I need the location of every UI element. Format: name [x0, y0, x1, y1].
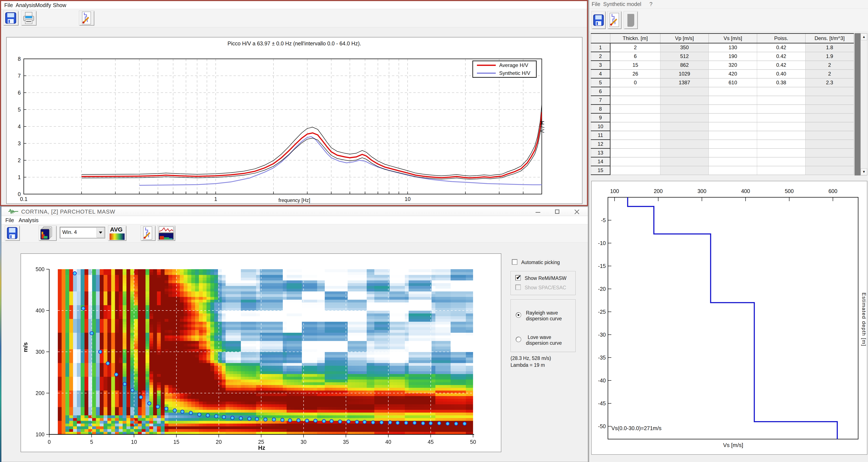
- model-cell[interactable]: [709, 87, 757, 96]
- model-cell[interactable]: 15: [610, 61, 660, 70]
- model-cell[interactable]: [660, 105, 709, 113]
- model-cell[interactable]: [806, 87, 854, 96]
- model-cell[interactable]: 512: [660, 52, 709, 61]
- model-cell[interactable]: [660, 140, 709, 148]
- model-cell[interactable]: [660, 96, 709, 105]
- model-cell[interactable]: [757, 113, 806, 122]
- combo-dropdown-button[interactable]: [97, 228, 104, 237]
- model-cell[interactable]: 0.42: [757, 52, 806, 61]
- model-cell[interactable]: 1.9: [806, 52, 854, 61]
- menu-modify[interactable]: Modify: [35, 2, 51, 8]
- model-cell[interactable]: [610, 105, 660, 113]
- model-cell[interactable]: [610, 113, 660, 122]
- model-cell[interactable]: [709, 105, 757, 113]
- model-cell[interactable]: [610, 140, 660, 148]
- model-cell[interactable]: [806, 105, 854, 113]
- model-cell[interactable]: [806, 96, 854, 105]
- secondary-tool-button[interactable]: [624, 11, 638, 29]
- model-cell[interactable]: 2: [610, 43, 660, 52]
- show-remi-masw-checkbox[interactable]: ✔: [515, 275, 521, 280]
- window-select-combo[interactable]: Win. 4: [60, 227, 105, 238]
- love-radio[interactable]: [516, 337, 521, 342]
- model-cell[interactable]: [660, 166, 709, 175]
- model-cell[interactable]: [660, 122, 709, 131]
- layer-model-table[interactable]: Thickn. [m]Vp [m/s]Vs [m/s]Poiss.Dens. […: [591, 33, 854, 175]
- model-cell[interactable]: [709, 157, 757, 166]
- model-cell[interactable]: 2: [806, 70, 854, 78]
- model-cell[interactable]: [610, 148, 660, 157]
- maximize-button[interactable]: [550, 208, 564, 215]
- scroll-up-icon[interactable]: ▲: [861, 33, 867, 40]
- model-cell[interactable]: [660, 157, 709, 166]
- model-cell[interactable]: [757, 140, 806, 148]
- model-cell[interactable]: [709, 113, 757, 122]
- model-cell[interactable]: [709, 131, 757, 140]
- model-cell[interactable]: 862: [660, 61, 709, 70]
- model-cell[interactable]: 2.3: [806, 78, 854, 87]
- menu-synthetic-model[interactable]: Synthetic model: [603, 1, 641, 7]
- close-button[interactable]: [570, 208, 584, 215]
- model-cell[interactable]: [660, 131, 709, 140]
- model-cell[interactable]: [806, 166, 854, 175]
- model-cell[interactable]: [610, 166, 660, 175]
- model-cell[interactable]: [709, 148, 757, 157]
- model-cell[interactable]: [806, 140, 854, 148]
- model-cell[interactable]: 350: [660, 43, 709, 52]
- model-cell[interactable]: 0.42: [757, 43, 806, 52]
- model-cell[interactable]: [806, 113, 854, 122]
- model-cell[interactable]: [757, 87, 806, 96]
- model-cell[interactable]: 6: [610, 52, 660, 61]
- model-cell[interactable]: [757, 148, 806, 157]
- spectra-stack-button[interactable]: [39, 226, 57, 241]
- edit-picking-button[interactable]: [141, 226, 156, 241]
- model-cell[interactable]: 130: [709, 43, 757, 52]
- table-scrollbar[interactable]: ▲ ▼: [861, 33, 867, 175]
- model-cell[interactable]: 610: [709, 78, 757, 87]
- menu-file[interactable]: File: [4, 2, 13, 8]
- model-cell[interactable]: [610, 87, 660, 96]
- spectrum-curve-button[interactable]: [157, 226, 175, 241]
- model-cell[interactable]: [806, 148, 854, 157]
- model-cell[interactable]: [709, 96, 757, 105]
- model-cell[interactable]: [757, 122, 806, 131]
- model-cell[interactable]: [806, 131, 854, 140]
- model-cell[interactable]: 0.38: [757, 78, 806, 87]
- model-cell[interactable]: [709, 140, 757, 148]
- model-cell[interactable]: [660, 87, 709, 96]
- menu-file[interactable]: File: [5, 217, 14, 223]
- edit-model-button[interactable]: [79, 11, 94, 26]
- model-cell[interactable]: 2: [806, 61, 854, 70]
- model-cell[interactable]: [610, 96, 660, 105]
- model-cell[interactable]: [660, 148, 709, 157]
- edit-model-button[interactable]: [608, 11, 622, 29]
- model-cell[interactable]: [610, 131, 660, 140]
- model-cell[interactable]: [660, 113, 709, 122]
- model-cell[interactable]: 0: [610, 78, 660, 87]
- save-button[interactable]: [3, 11, 19, 26]
- average-spectra-button[interactable]: AVG: [108, 226, 126, 241]
- menu-analysis[interactable]: Analysis: [16, 2, 35, 8]
- model-cell[interactable]: 420: [709, 70, 757, 78]
- menu-file[interactable]: File: [592, 1, 600, 7]
- menu-help[interactable]: ?: [649, 1, 652, 7]
- model-cell[interactable]: [757, 166, 806, 175]
- save-button[interactable]: [5, 226, 20, 241]
- model-cell[interactable]: [709, 122, 757, 131]
- model-cell[interactable]: 190: [709, 52, 757, 61]
- automatic-picking-checkbox[interactable]: [512, 259, 517, 265]
- model-cell[interactable]: 26: [610, 70, 660, 78]
- model-cell[interactable]: [610, 157, 660, 166]
- model-cell[interactable]: 1029: [660, 70, 709, 78]
- masw-titlebar[interactable]: CORTINA, [Z] PARCHOTEL MASW: [1, 207, 588, 216]
- menu-analysis[interactable]: Analysis: [19, 217, 38, 223]
- model-cell[interactable]: [806, 157, 854, 166]
- model-cell[interactable]: [757, 131, 806, 140]
- scroll-down-icon[interactable]: ▼: [861, 168, 867, 175]
- model-cell[interactable]: 1387: [660, 78, 709, 87]
- model-cell[interactable]: [806, 122, 854, 131]
- model-cell[interactable]: [709, 166, 757, 175]
- menu-show[interactable]: Show: [53, 2, 66, 8]
- save-button[interactable]: [592, 11, 606, 29]
- model-cell[interactable]: 1.8: [806, 43, 854, 52]
- model-cell[interactable]: [757, 96, 806, 105]
